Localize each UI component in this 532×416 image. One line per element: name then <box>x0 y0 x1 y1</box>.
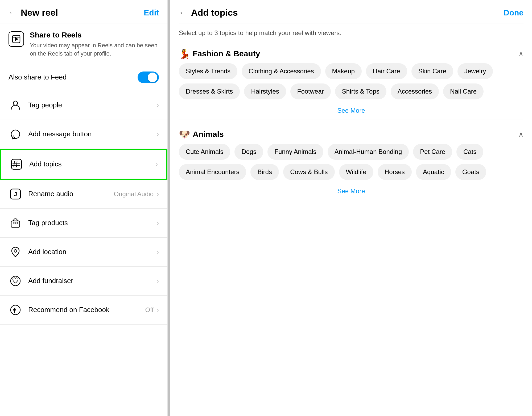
tag-birds[interactable]: Birds <box>250 164 279 180</box>
left-panel: ← New reel Edit Share to Reels Your vide… <box>0 0 168 416</box>
tag-skin-care[interactable]: Skin Care <box>411 63 453 79</box>
menu-item-left: J Rename audio <box>9 187 73 201</box>
left-header-left: ← New reel <box>9 7 58 18</box>
tag-hair-care[interactable]: Hair Care <box>366 63 407 79</box>
svg-point-3 <box>13 101 18 105</box>
page-title: New reel <box>21 7 58 18</box>
fashion-see-more: See More <box>179 103 523 117</box>
chevron-right-icon: › <box>157 102 159 109</box>
tag-cute-animals[interactable]: Cute Animals <box>179 144 230 160</box>
menu-item-left: Add message button <box>9 127 92 141</box>
tag-products-label: Tag products <box>28 219 68 227</box>
tag-styles-trends[interactable]: Styles & Trends <box>179 63 237 79</box>
chevron-right-icon: › <box>157 190 159 198</box>
chevron-right-icon: › <box>156 161 158 168</box>
menu-item-left: Add location <box>9 245 66 259</box>
tag-aquatic[interactable]: Aquatic <box>416 164 451 180</box>
tag-hairstyles[interactable]: Hairstyles <box>244 83 286 99</box>
share-to-reels-section: Share to Reels Your video may appear in … <box>0 23 167 64</box>
menu-item[interactable]: Recommend on Facebook Off › <box>0 296 167 325</box>
add-topics-menu-item[interactable]: Add topics › <box>0 149 167 180</box>
feed-toggle[interactable] <box>138 72 159 83</box>
done-button[interactable]: Done <box>504 8 523 17</box>
svg-marker-1 <box>15 37 18 41</box>
tag-funny-animals[interactable]: Funny Animals <box>267 144 323 160</box>
tag-jewelry[interactable]: Jewelry <box>457 63 493 79</box>
chevron-right-icon: › <box>157 131 159 138</box>
heart-icon <box>9 274 22 288</box>
add-location-label: Add location <box>28 248 66 256</box>
message-icon <box>9 127 22 141</box>
menu-item[interactable]: Tag people › <box>0 91 167 120</box>
tag-clothing-accessories[interactable]: Clothing & Accessories <box>242 63 321 79</box>
tag-makeup[interactable]: Makeup <box>325 63 362 79</box>
tag-dresses-skirts[interactable]: Dresses & Skirts <box>179 83 240 99</box>
right-header-left: ← Add topics <box>179 7 238 18</box>
facebook-icon <box>9 303 22 317</box>
menu-item[interactable]: Add location › <box>0 238 167 267</box>
menu-item[interactable]: Add fundraiser › <box>0 267 167 296</box>
menu-item[interactable]: Tag products › <box>0 209 167 238</box>
svg-point-17 <box>11 276 20 286</box>
menu-item-left: Recommend on Facebook <box>9 303 109 317</box>
tag-shirts-tops[interactable]: Shirts & Tops <box>335 83 386 99</box>
tag-wildlife[interactable]: Wildlife <box>339 164 373 180</box>
bag-icon <box>9 216 22 230</box>
svg-line-6 <box>14 162 14 167</box>
person-icon <box>9 98 22 112</box>
chevron-right-icon: › <box>157 248 159 256</box>
chevron-right-icon: › <box>157 306 159 314</box>
tag-accessories[interactable]: Accessories <box>391 83 439 99</box>
tag-dogs[interactable]: Dogs <box>234 144 263 160</box>
tag-cows-bulls[interactable]: Cows & Bulls <box>283 164 335 180</box>
left-header: ← New reel Edit <box>0 0 167 23</box>
svg-point-16 <box>14 250 17 252</box>
tag-animal-human-bonding[interactable]: Animal-Human Bonding <box>328 144 409 160</box>
animals-title: Animals <box>193 130 224 139</box>
recommend-facebook-sublabel: Off <box>145 306 154 314</box>
animals-see-more-link[interactable]: See More <box>337 187 365 195</box>
audio-icon: J <box>9 187 22 201</box>
animals-tags-grid: Cute Animals Dogs Funny Animals Animal-H… <box>179 144 523 180</box>
svg-point-4 <box>11 130 20 138</box>
reels-icon <box>9 31 24 47</box>
menu-item-left: Add topics <box>10 157 61 171</box>
fashion-beauty-section: 💃 Fashion & Beauty ∧ Styles & Trends Clo… <box>179 46 523 117</box>
menu-item-left: Tag products <box>9 216 68 230</box>
animals-header: 🐶 Animals ∧ <box>179 126 523 144</box>
tag-footwear[interactable]: Footwear <box>290 83 331 99</box>
tag-pet-care[interactable]: Pet Care <box>413 144 452 160</box>
section-title-row: 🐶 Animals <box>179 129 224 140</box>
add-fundraiser-label: Add fundraiser <box>28 277 73 285</box>
right-back-button[interactable]: ← <box>179 9 186 17</box>
back-button[interactable]: ← <box>9 9 16 17</box>
tag-goats[interactable]: Goats <box>455 164 486 180</box>
share-to-reels-description: Your video may appear in Reels and can b… <box>30 41 159 58</box>
tag-horses[interactable]: Horses <box>378 164 412 180</box>
topics-subtitle: Select up to 3 topics to help match your… <box>179 23 523 39</box>
collapse-animals-icon[interactable]: ∧ <box>518 130 523 138</box>
tag-nail-care[interactable]: Nail Care <box>443 83 484 99</box>
toggle-knob <box>148 73 157 82</box>
animals-see-more: See More <box>179 183 523 198</box>
menu-item[interactable]: Add message button › <box>0 120 167 149</box>
chevron-right-icon: › <box>157 277 159 285</box>
section-title-row: 💃 Fashion & Beauty <box>179 48 260 59</box>
right-header: ← Add topics Done <box>179 0 523 23</box>
section-divider <box>179 120 523 120</box>
menu-item-left: Add fundraiser <box>9 274 73 288</box>
edit-button[interactable]: Edit <box>144 8 159 17</box>
svg-line-7 <box>17 162 17 167</box>
right-panel: ← Add topics Done Select up to 3 topics … <box>170 0 532 416</box>
chevron-right-icon: › <box>157 219 159 227</box>
tag-animal-encounters[interactable]: Animal Encounters <box>179 164 246 180</box>
rename-audio-label: Rename audio <box>28 190 73 198</box>
collapse-fashion-icon[interactable]: ∧ <box>518 50 523 58</box>
menu-item[interactable]: J Rename audio Original Audio › <box>0 180 167 209</box>
location-icon <box>9 245 22 259</box>
tag-cats[interactable]: Cats <box>456 144 483 160</box>
fashion-see-more-link[interactable]: See More <box>337 107 365 114</box>
share-to-reels-title: Share to Reels <box>30 31 159 39</box>
fashion-beauty-title: Fashion & Beauty <box>193 49 260 58</box>
share-to-reels-text: Share to Reels Your video may appear in … <box>30 31 159 58</box>
